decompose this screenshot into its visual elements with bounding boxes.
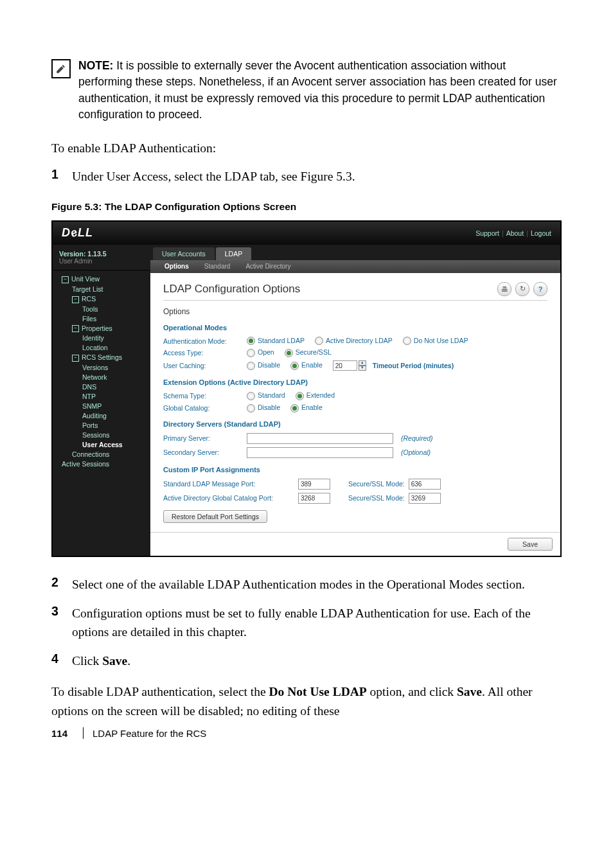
collapse-icon[interactable]: − bbox=[62, 276, 69, 283]
tree-user-access[interactable]: User Access bbox=[55, 440, 150, 450]
access-type-row: Access Type: Open Secure/SSL bbox=[163, 348, 547, 357]
std-port-label: Standard LDAP Message Port: bbox=[163, 480, 298, 488]
help-icon[interactable]: ? bbox=[533, 282, 547, 296]
tree-files[interactable]: Files bbox=[55, 314, 150, 323]
tree-network[interactable]: Network bbox=[55, 373, 150, 382]
timeout-label: Timeout Period (minutes) bbox=[373, 362, 454, 369]
options-heading: Options bbox=[163, 307, 547, 316]
radio-schema-extended[interactable] bbox=[296, 392, 304, 400]
spinner-icon[interactable]: ▲▼ bbox=[359, 360, 366, 371]
operational-modes-heading: Operational Modes bbox=[163, 324, 547, 332]
step-4-number: 4 bbox=[51, 651, 72, 670]
collapse-icon[interactable]: − bbox=[72, 325, 79, 332]
refresh-icon[interactable]: ↻ bbox=[515, 282, 529, 296]
tree-tools[interactable]: Tools bbox=[55, 304, 150, 314]
about-link[interactable]: About bbox=[506, 229, 524, 237]
schema-type-row: Schema Type: Standard Extended bbox=[163, 391, 547, 400]
tree-unit-view[interactable]: −Unit View bbox=[55, 274, 150, 285]
note-text: NOTE: It is possible to externally sever… bbox=[78, 58, 562, 123]
print-icon[interactable]: 🖶 bbox=[497, 282, 511, 296]
sidebar-header: Version: 1.13.5 User Admin bbox=[53, 245, 150, 270]
primary-server-input[interactable] bbox=[247, 433, 393, 444]
tree-ports[interactable]: Ports bbox=[55, 421, 150, 430]
radio-cache-enable[interactable] bbox=[290, 362, 299, 370]
tab-ldap[interactable]: LDAP bbox=[216, 247, 251, 260]
subtab-standard[interactable]: Standard bbox=[197, 263, 238, 270]
tab-user-accounts[interactable]: User Accounts bbox=[153, 247, 215, 260]
step-3-text: Configuration options must be set to ful… bbox=[72, 604, 562, 642]
main-area: User Accounts LDAP Options Standard Acti… bbox=[150, 245, 560, 556]
support-link[interactable]: Support bbox=[475, 229, 499, 237]
adgc-port-input[interactable] bbox=[298, 493, 330, 504]
tree-ntp[interactable]: NTP bbox=[55, 392, 150, 402]
collapse-icon[interactable]: − bbox=[72, 296, 79, 303]
radio-standard-ldap[interactable] bbox=[247, 337, 255, 345]
ssl-port-1-input[interactable] bbox=[409, 479, 441, 490]
ssl-port-2-input[interactable] bbox=[409, 493, 441, 504]
required-note: (Required) bbox=[401, 434, 433, 442]
auth-mode-row: Authentication Mode: Standard LDAP Activ… bbox=[163, 337, 547, 346]
cache-timeout-input[interactable] bbox=[333, 360, 357, 371]
page-footer: 114 LDAP Feature for the RCS bbox=[51, 727, 206, 739]
tree-location[interactable]: Location bbox=[55, 343, 150, 353]
optional-note: (Optional) bbox=[401, 448, 431, 456]
tree-target-list[interactable]: Target List bbox=[55, 284, 150, 294]
access-type-label: Access Type: bbox=[163, 349, 247, 357]
radio-cache-disable[interactable] bbox=[247, 362, 255, 370]
logout-link[interactable]: Logout bbox=[531, 229, 551, 237]
custom-ip-ports-heading: Custom IP Port Assignments bbox=[163, 466, 547, 474]
radio-ad-ldap[interactable] bbox=[315, 337, 323, 345]
tree-connections[interactable]: Connections bbox=[55, 450, 150, 459]
user-caching-row: User Caching: Disable Enable ▲▼ Timeout … bbox=[163, 360, 547, 371]
tree-rcs-settings[interactable]: −RCS Settings bbox=[55, 353, 150, 363]
auth-mode-label: Authentication Mode: bbox=[163, 337, 247, 345]
note-label: NOTE: bbox=[78, 59, 113, 72]
radio-gc-enable[interactable] bbox=[290, 404, 299, 412]
standard-port-row: Standard LDAP Message Port: Secure/SSL M… bbox=[163, 479, 547, 490]
tree-auditing[interactable]: Auditing bbox=[55, 411, 150, 421]
step-1-number: 1 bbox=[51, 167, 72, 186]
footer-bar: Save bbox=[150, 532, 560, 556]
app-topbar: DeLL Support|About|Logout bbox=[53, 222, 560, 245]
save-button[interactable]: Save bbox=[508, 538, 553, 551]
tree-active-sessions[interactable]: Active Sessions bbox=[55, 459, 150, 469]
screenshot-figure: DeLL Support|About|Logout Version: 1.13.… bbox=[51, 220, 562, 557]
radio-gc-disable[interactable] bbox=[247, 404, 255, 412]
collapse-icon[interactable]: − bbox=[72, 355, 79, 362]
tree-versions[interactable]: Versions bbox=[55, 363, 150, 373]
tree-rcs[interactable]: −RCS bbox=[55, 294, 150, 304]
tree-properties[interactable]: −Properties bbox=[55, 323, 150, 333]
radio-schema-standard[interactable] bbox=[247, 392, 255, 400]
tree-sessions[interactable]: Sessions bbox=[55, 430, 150, 440]
page-number: 114 bbox=[51, 728, 67, 739]
std-port-input[interactable] bbox=[298, 479, 330, 490]
step-2-text: Select one of the available LDAP Authent… bbox=[72, 575, 562, 594]
radio-no-ldap[interactable] bbox=[403, 337, 411, 345]
secondary-server-input[interactable] bbox=[247, 447, 393, 458]
global-catalog-row: Global Catalog: Disable Enable bbox=[163, 403, 547, 412]
sidebar: Version: 1.13.5 User Admin −Unit View Ta… bbox=[53, 245, 150, 556]
version-label: Version: 1.13.5 bbox=[59, 250, 144, 258]
nav-tree: −Unit View Target List −RCS Tools Files … bbox=[53, 270, 150, 473]
note-block: NOTE: It is possible to externally sever… bbox=[51, 58, 562, 123]
tree-snmp[interactable]: SNMP bbox=[55, 402, 150, 411]
content-panel: LDAP Configuration Options 🖶 ↻ ? Options… bbox=[150, 273, 560, 532]
tree-identity[interactable]: Identity bbox=[55, 333, 150, 343]
figure-caption: Figure 5.3: The LDAP Configuration Optio… bbox=[51, 201, 562, 213]
subtab-active-directory[interactable]: Active Directory bbox=[238, 263, 298, 270]
step-1-text: Under User Access, select the LDAP tab, … bbox=[72, 167, 562, 186]
tree-dns[interactable]: DNS bbox=[55, 382, 150, 392]
step-3-number: 3 bbox=[51, 604, 72, 642]
primary-server-label: Primary Server: bbox=[163, 434, 247, 442]
restore-defaults-button[interactable]: Restore Default Port Settings bbox=[163, 510, 267, 523]
closing-paragraph: To disable LDAP authentication, select t… bbox=[51, 682, 562, 721]
footer-text: LDAP Feature for the RCS bbox=[93, 728, 206, 739]
step-4-text: Click Save. bbox=[72, 651, 562, 670]
schema-type-label: Schema Type: bbox=[163, 392, 247, 400]
secondary-tabs: Options Standard Active Directory bbox=[150, 260, 560, 273]
step-2-number: 2 bbox=[51, 575, 72, 594]
subtab-options[interactable]: Options bbox=[157, 263, 197, 270]
radio-secure-ssl[interactable] bbox=[285, 349, 293, 357]
radio-open[interactable] bbox=[247, 349, 255, 357]
secondary-server-label: Secondary Server: bbox=[163, 448, 247, 456]
